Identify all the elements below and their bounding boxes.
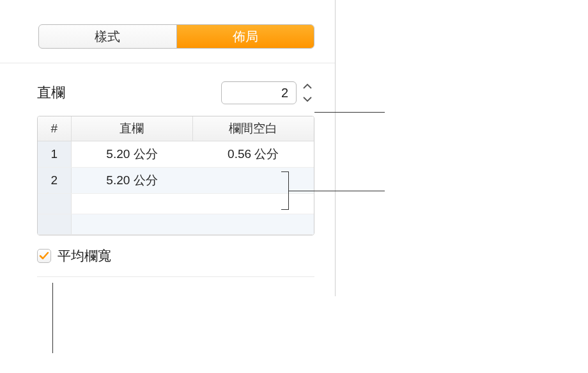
segmented-control: 樣式 佈局 bbox=[38, 24, 314, 49]
cell-num: 1 bbox=[38, 141, 71, 168]
columns-field-row: 直欄 bbox=[37, 81, 314, 104]
columns-stepper-group bbox=[221, 81, 314, 104]
th-number[interactable]: # bbox=[38, 116, 71, 141]
tab-layout[interactable]: 佈局 bbox=[177, 25, 314, 48]
stepper-up-button[interactable] bbox=[300, 81, 314, 92]
table-row-empty bbox=[38, 214, 314, 235]
columns-stepper bbox=[300, 81, 314, 104]
columns-table-wrap: # 直欄 欄間空白 1 5.20 公分 0.56 公分 2 5.20 公分 bbox=[37, 116, 314, 235]
chevron-down-icon bbox=[303, 96, 312, 102]
checkmark-icon bbox=[39, 251, 49, 261]
columns-table[interactable]: # 直欄 欄間空白 1 5.20 公分 0.56 公分 2 5.20 公分 bbox=[38, 116, 314, 235]
table-row[interactable]: 2 5.20 公分 bbox=[38, 168, 314, 194]
cell-column[interactable]: 5.20 公分 bbox=[71, 168, 192, 194]
tabs-container: 樣式 佈局 bbox=[0, 0, 335, 63]
tab-style[interactable]: 樣式 bbox=[39, 25, 177, 48]
section-divider bbox=[37, 276, 314, 277]
columns-input[interactable] bbox=[221, 81, 297, 104]
th-column[interactable]: 直欄 bbox=[71, 116, 192, 141]
table-row-empty bbox=[38, 194, 314, 214]
callout-line bbox=[52, 283, 53, 353]
chevron-up-icon bbox=[303, 84, 312, 90]
equal-width-label: 平均欄寬 bbox=[58, 247, 111, 265]
equal-width-checkbox[interactable] bbox=[37, 249, 51, 263]
cell-num: 2 bbox=[38, 168, 71, 194]
cell-column[interactable]: 5.20 公分 bbox=[71, 141, 192, 168]
inspector-panel: 樣式 佈局 直欄 bbox=[0, 0, 336, 296]
equal-width-row: 平均欄寬 bbox=[37, 247, 314, 265]
cell-gutter[interactable]: 0.56 公分 bbox=[192, 141, 314, 168]
callout-line bbox=[314, 112, 385, 113]
th-gutter[interactable]: 欄間空白 bbox=[192, 116, 314, 141]
callout-line bbox=[289, 191, 385, 191]
columns-label: 直欄 bbox=[37, 83, 65, 102]
cell-gutter[interactable] bbox=[192, 168, 314, 194]
stepper-down-button[interactable] bbox=[300, 93, 314, 104]
callout-bracket bbox=[281, 171, 289, 210]
table-row[interactable]: 1 5.20 公分 0.56 公分 bbox=[38, 141, 314, 168]
